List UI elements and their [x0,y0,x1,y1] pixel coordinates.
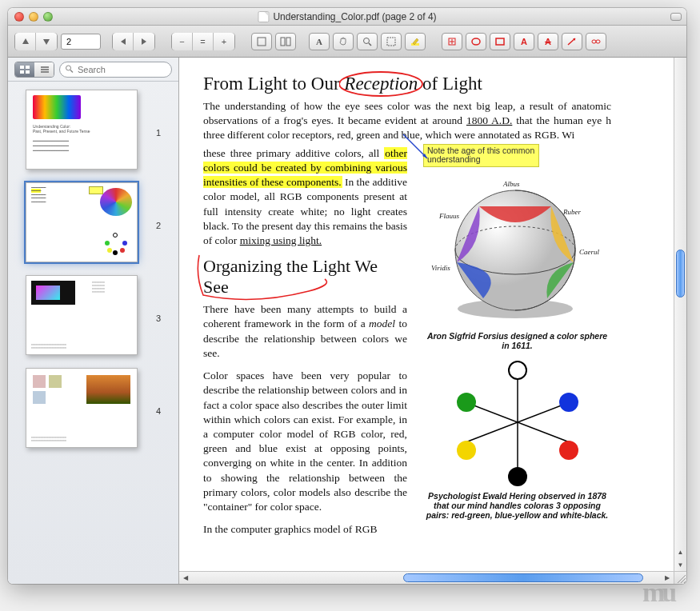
page-down-button[interactable] [36,33,57,50]
thumbnail-number: 3 [156,313,161,323]
rect-icon [494,37,506,46]
grid-icon [20,66,30,74]
thumbnail-number: 2 [156,221,161,230]
scroll-right-icon[interactable]: ▶ [661,572,674,584]
svg-line-23 [70,70,73,72]
page-number-field[interactable] [61,34,101,50]
svg-rect-15 [20,66,24,69]
highlight-tool[interactable] [405,33,426,50]
resize-corner[interactable] [674,571,686,584]
magnify-tool[interactable] [357,33,378,50]
svg-rect-14 [596,40,600,43]
zoom-buttons: − = + [171,33,235,50]
svg-point-10 [472,38,480,45]
svg-rect-1 [281,38,285,46]
arrow-left-icon [119,38,127,46]
magnifier-icon [362,37,372,46]
marquee-icon [386,37,396,46]
marquee-tool[interactable] [381,33,402,50]
search-wrap [59,62,172,78]
back-button[interactable] [113,33,134,50]
move-tool[interactable] [333,33,354,50]
horizontal-scrollbar[interactable]: ◀ ▶ [179,571,674,584]
heading-1: From Light to Our Reception of Light [203,74,611,94]
page-icon [256,37,267,46]
annotation-rect-tool[interactable] [490,33,510,50]
outline-view-button[interactable] [34,62,54,77]
pages-icon [280,37,291,46]
h1-text: of Light [418,74,482,94]
view-single-button[interactable] [251,33,272,50]
arrow-up-icon [22,38,30,46]
hand-icon [338,37,348,46]
svg-rect-13 [592,40,596,43]
page-content: From Light to Our Reception of Light The… [179,58,635,553]
zoom-out-button[interactable]: − [172,33,193,50]
thumbnail-item[interactable]: ━━━━━━━━━━━━━━━━━━━━━━━━━━━━━━━━━━━━━━━━… [16,182,170,262]
figure-caption: Aron Sigfrid Forsius designed a color sp… [423,331,611,350]
thumbnail-list[interactable]: Understanding Color:Past, Present, and F… [8,82,178,584]
titlebar: Understanding_Color.pdf (page 2 of 4) [8,8,686,26]
page-up-button[interactable] [15,33,36,50]
forward-button[interactable] [134,33,154,50]
annotation-arrow-tool[interactable] [562,33,582,50]
svg-rect-2 [286,38,290,46]
underlined-text: 1800 A.D. [466,114,512,126]
svg-text:Caerul: Caerul [579,248,600,256]
svg-point-22 [66,66,71,70]
zoom-in-button[interactable]: + [214,33,234,50]
oval-icon [470,37,482,46]
figure-caption: Psychologist Ewald Hering observed in 18… [423,491,611,520]
thumbnail-number: 1 [156,128,161,138]
svg-rect-17 [20,70,24,74]
svg-rect-0 [258,38,266,46]
arrow-down-icon [42,38,50,46]
add-note-tool[interactable] [442,33,462,50]
app-window: Understanding_Color.pdf (page 2 of 4) − [8,8,686,584]
svg-text:Ruber: Ruber [562,208,581,216]
paragraph: these three primary additive colors, all… [203,146,407,249]
arrow-right-icon [140,38,148,46]
scroll-up-icon[interactable]: ▲ [674,545,686,558]
annotation-strikethrough-tool[interactable]: A [538,33,558,50]
window-title: Understanding_Color.pdf (page 2 of 4) [258,11,436,22]
scroll-left-icon[interactable]: ◀ [179,572,192,584]
highlighter-icon [410,37,421,46]
search-icon [65,64,74,74]
svg-rect-16 [26,66,30,69]
color-sphere-figure: Flauus Ruber Caerul Viridis Albus [423,174,603,326]
annotation-link-tool[interactable] [586,33,606,50]
thumbnail-number: 4 [156,406,161,416]
search-input[interactable] [59,62,172,78]
history-buttons [112,33,155,50]
sticky-note[interactable]: Note the age of this common understandin… [423,144,539,167]
document-view[interactable]: From Light to Our Reception of Light The… [179,58,686,584]
svg-rect-5 [387,38,395,46]
thumbnail-item[interactable]: ━━━━━━━━━━━━━━━━━━━━━━━━━━━━━━━━ ━━━━━━━… [16,275,170,355]
toolbar-pill-icon[interactable] [670,13,682,21]
close-button[interactable] [14,12,24,22]
note-connector-icon [399,130,431,170]
view-facing-button[interactable] [275,33,296,50]
vertical-scrollbar[interactable]: ▲ ▼ [674,58,686,571]
svg-rect-18 [26,70,30,74]
body: Understanding Color:Past, Present, and F… [8,58,686,584]
text-select-tool[interactable]: A [309,33,330,50]
minimize-button[interactable] [29,12,38,22]
thumbnail-item[interactable]: Understanding Color:Past, Present, and F… [16,90,170,170]
paragraph: Color spaces have been very popular to d… [203,369,407,514]
document-icon [258,11,269,22]
annotation-oval-tool[interactable] [466,33,486,50]
zoom-button[interactable] [43,12,53,22]
thumbnail-item[interactable]: ━━━━━━━━━━━━━━━━━━━━━━━━━━━━━━━━━━━━━━━━… [16,368,170,448]
annotation-text-tool[interactable]: A [514,33,534,50]
paragraph: There have been many attempts to build a… [203,302,407,361]
link-icon [590,37,602,46]
zoom-actual-button[interactable]: = [193,33,214,50]
sidebar-header [8,58,178,82]
thumbnail-view-button[interactable] [15,62,34,77]
scroll-down-icon[interactable]: ▼ [674,558,686,571]
sidebar-view-toggle [14,62,54,78]
sidebar: Understanding Color:Past, Present, and F… [8,58,179,584]
svg-text:Flauus: Flauus [438,212,459,220]
